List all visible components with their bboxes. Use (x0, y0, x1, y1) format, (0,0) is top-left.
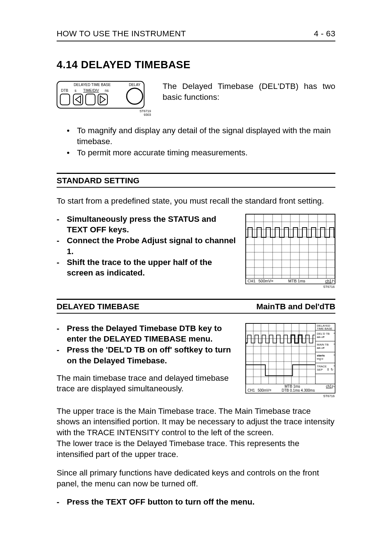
step-item: Shift the trace to the upper half of the… (57, 257, 236, 278)
divider (57, 313, 335, 314)
standard-setting-heading: STANDARD SETTING (57, 174, 335, 187)
delay-knob-icon (127, 88, 143, 104)
panel-timediv-label: TIME/DIV (83, 89, 99, 93)
standard-setting-title: STANDARD SETTING (57, 176, 139, 185)
svg-rect-2 (98, 94, 107, 105)
panel-ns-label: ns (105, 89, 109, 93)
panel-s-label: s (75, 89, 77, 93)
figure-caption: ST6716 (245, 394, 335, 398)
delayed-steps: Press the Delayed Timebase DTB key to en… (57, 323, 236, 366)
function-bullets: To magnify and display any detail of the… (57, 125, 335, 158)
page-header: HOW TO USE THE INSTRUMENT 4 - 63 (57, 29, 335, 41)
oscilloscope-screen-menu-icon: DELAYED TIME BASE DEL'D TB on off MAIN T… (245, 323, 335, 393)
screen-ch-label: CH1 (248, 279, 256, 283)
step-item: Press the TEXT OFF button to turn off th… (57, 497, 335, 507)
panel-ref2: 9303 (144, 113, 151, 117)
intro-block: DELAYED TIME BASE DELAY DTB s TIME/DIV n… (57, 81, 335, 119)
softkey-deld-tb-state: on off (317, 335, 325, 339)
delayed-waveform-icon (246, 365, 315, 376)
softkey-tracesep: TRACE (317, 365, 327, 368)
section-title: 4.14 DELAYED TIMEBASE (57, 59, 335, 71)
delayed-block: Press the Delayed Timebase DTB key to en… (57, 323, 335, 398)
bullet-item: To permit more accurate timing measureme… (67, 147, 335, 158)
right-arrow-key-icon (98, 94, 107, 105)
softkey-starts-sub: trig'd (317, 357, 323, 360)
screen-v-label: 500mV= (258, 279, 273, 283)
softkey-starts: starts (317, 354, 325, 357)
delayed-timebase-panel-icon: DELAYED TIME BASE DELAY DTB s TIME/DIV n… (57, 81, 152, 117)
left-arrow-key-icon (73, 94, 83, 105)
delayed-screen-figure: DELAYED TIME BASE DEL'D TB on off MAIN T… (245, 323, 335, 398)
delayed-timebase-heading: DELAYED TIMEBASE MainTB and Del'dTB (57, 300, 335, 313)
standard-screen-figure: CH1 500mV= MTB 1ms ch1 ST6716 (245, 214, 335, 289)
standard-setting-para: To start from a predefined state, you mu… (57, 196, 335, 207)
header-left: HOW TO USE THE INSTRUMENT (57, 29, 186, 38)
softkey-main-tb-state: on off (317, 346, 325, 350)
delayed-after-steps: The main timebase trace and delayed time… (57, 373, 236, 394)
svg-rect-1 (73, 94, 83, 105)
main-waveform-icon (246, 335, 315, 343)
final-step-list: Press the TEXT OFF button to turn off th… (57, 497, 335, 507)
softkey-tracesep-sub: SEP (317, 368, 323, 371)
dtb-key-icon (60, 94, 70, 105)
panel-ref1: ST6719 (139, 109, 151, 113)
screen-ch-label: CH1 (248, 388, 255, 392)
softkey-main-tb: MAIN TB (317, 343, 328, 346)
oscilloscope-screen-icon: CH1 500mV= MTB 1ms ch1 (245, 214, 335, 284)
menu-title2: TIME BASE (317, 327, 332, 330)
step-item: Press the 'DEL'D TB on off' softkey to t… (57, 344, 236, 366)
header-right: 4 - 63 (314, 29, 335, 38)
figure-caption: ST6716 (245, 285, 335, 289)
panel-title-label: DELAYED TIME BASE (74, 83, 111, 87)
screen-trig-label: ch1 (325, 279, 332, 283)
step-item: Connect the Probe Adjust signal to chann… (57, 235, 236, 257)
delayed-heading-left: DELAYED TIMEBASE (57, 302, 139, 311)
screen-trig-label: ch1 (326, 384, 332, 388)
intro-text: The Delayed Timebase (DEL'DTB) has two b… (163, 81, 335, 119)
screen-dtb-label: DTB 0.1ms 4.300ms (282, 388, 315, 392)
blank-key-icon (86, 94, 95, 105)
divider (57, 187, 335, 188)
delayed-para4: Since all primary functions have dedicat… (57, 468, 335, 489)
panel-dtb-label: DTB (61, 89, 68, 93)
screen-mtb-label: MTB 1ms (288, 279, 306, 283)
document-page: HOW TO USE THE INSTRUMENT 4 - 63 4.14 DE… (0, 0, 392, 555)
delayed-para3: The lower trace is the Delayed Timebase … (57, 438, 335, 460)
delayed-para2: The upper trace is the Main Timebase tra… (57, 406, 335, 438)
step-item: Press the Delayed Timebase DTB key to en… (57, 323, 236, 344)
intensified-segment-icon (291, 335, 302, 343)
standard-setting-block: Simultaneously press the STATUS and TEXT… (57, 214, 335, 289)
panel-diagram: DELAYED TIME BASE DELAY DTB s TIME/DIV n… (57, 81, 152, 119)
panel-delay-label: DELAY (129, 83, 140, 87)
bullet-item: To magnify and display any detail of the… (67, 125, 335, 147)
screen-mtb-label: MTB 1ms (285, 384, 300, 388)
screen-v-label: 500mV= (258, 388, 271, 392)
svg-text:⇕ ↻: ⇕ ↻ (327, 368, 334, 371)
softkey-deld-tb: DEL'D TB (317, 332, 330, 335)
step-item: Simultaneously press the STATUS and TEXT… (57, 214, 236, 235)
standard-steps: Simultaneously press the STATUS and TEXT… (57, 214, 236, 278)
delayed-heading-right: MainTB and Del'dTB (256, 302, 335, 311)
